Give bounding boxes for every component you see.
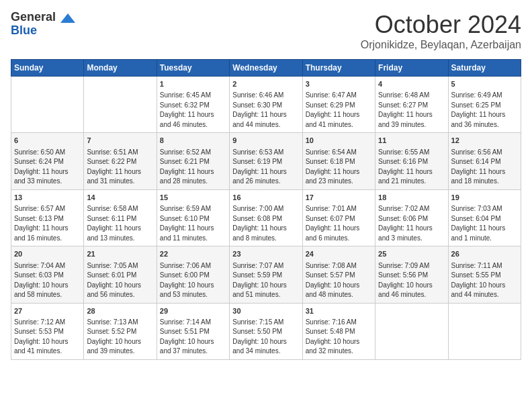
- cell-content: Sunrise: 6:50 AM Sunset: 6:24 PM Dayligh…: [14, 148, 81, 187]
- svg-marker-0: [60, 13, 75, 23]
- cell-content: Sunrise: 6:54 AM Sunset: 6:18 PM Dayligh…: [306, 148, 372, 187]
- day-number: 24: [306, 249, 372, 259]
- cell-content: Sunrise: 7:11 AM Sunset: 5:55 PM Dayligh…: [451, 261, 518, 300]
- calendar-cell: 19Sunrise: 7:03 AM Sunset: 6:04 PM Dayli…: [448, 189, 521, 246]
- logo: General Blue: [11, 11, 75, 38]
- cell-content: Sunrise: 7:09 AM Sunset: 5:56 PM Dayligh…: [378, 261, 445, 300]
- calendar-cell: 30Sunrise: 7:15 AM Sunset: 5:50 PM Dayli…: [230, 303, 302, 359]
- day-number: 19: [451, 193, 518, 203]
- week-row-0: 1Sunrise: 6:45 AM Sunset: 6:32 PM Daylig…: [11, 77, 521, 133]
- header-monday: Monday: [84, 60, 157, 77]
- cell-content: Sunrise: 6:56 AM Sunset: 6:14 PM Dayligh…: [451, 148, 518, 187]
- calendar-cell: 24Sunrise: 7:08 AM Sunset: 5:57 PM Dayli…: [302, 246, 375, 303]
- header-thursday: Thursday: [302, 60, 375, 77]
- header-friday: Friday: [375, 60, 448, 77]
- day-number: 2: [232, 79, 299, 89]
- calendar-cell: 6Sunrise: 6:50 AM Sunset: 6:24 PM Daylig…: [11, 133, 84, 189]
- calendar-cell: 1Sunrise: 6:45 AM Sunset: 6:32 PM Daylig…: [157, 77, 229, 133]
- cell-content: Sunrise: 6:46 AM Sunset: 6:30 PM Dayligh…: [232, 91, 299, 130]
- cell-content: Sunrise: 6:53 AM Sunset: 6:19 PM Dayligh…: [232, 148, 299, 187]
- month-title: October 2024: [361, 11, 521, 39]
- cell-content: Sunrise: 6:48 AM Sunset: 6:27 PM Dayligh…: [378, 91, 445, 130]
- calendar-cell: 12Sunrise: 6:56 AM Sunset: 6:14 PM Dayli…: [448, 133, 521, 189]
- day-number: 11: [378, 136, 445, 146]
- calendar-cell: [11, 77, 84, 133]
- day-number: 15: [160, 193, 226, 203]
- day-number: 14: [87, 193, 153, 203]
- day-number: 9: [232, 136, 299, 146]
- header-saturday: Saturday: [448, 60, 521, 77]
- cell-content: Sunrise: 7:14 AM Sunset: 5:51 PM Dayligh…: [160, 318, 226, 357]
- day-number: 20: [14, 249, 81, 259]
- title-block: October 2024 Orjonikidze, Beylaqan, Azer…: [361, 11, 521, 51]
- calendar-cell: 7Sunrise: 6:51 AM Sunset: 6:22 PM Daylig…: [84, 133, 157, 189]
- calendar-cell: 13Sunrise: 6:57 AM Sunset: 6:13 PM Dayli…: [11, 189, 84, 246]
- header-tuesday: Tuesday: [157, 60, 229, 77]
- logo-blue-text: Blue: [11, 24, 37, 37]
- calendar-cell: 10Sunrise: 6:54 AM Sunset: 6:18 PM Dayli…: [302, 133, 375, 189]
- location-text: Orjonikidze, Beylaqan, Azerbaijan: [361, 39, 521, 51]
- calendar-cell: 26Sunrise: 7:11 AM Sunset: 5:55 PM Dayli…: [448, 246, 521, 303]
- logo-general-text: General: [11, 10, 56, 24]
- page-header: General Blue October 2024 Orjonikidze, B…: [11, 11, 521, 51]
- cell-content: Sunrise: 7:05 AM Sunset: 6:01 PM Dayligh…: [87, 261, 153, 300]
- cell-content: Sunrise: 6:45 AM Sunset: 6:32 PM Dayligh…: [160, 91, 226, 130]
- day-number: 7: [87, 136, 153, 146]
- day-number: 21: [87, 249, 153, 259]
- calendar-cell: 14Sunrise: 6:58 AM Sunset: 6:11 PM Dayli…: [84, 189, 157, 246]
- calendar-cell: 2Sunrise: 6:46 AM Sunset: 6:30 PM Daylig…: [230, 77, 302, 133]
- day-number: 28: [87, 306, 153, 316]
- day-number: 1: [160, 79, 226, 89]
- cell-content: Sunrise: 7:00 AM Sunset: 6:08 PM Dayligh…: [232, 204, 299, 243]
- week-row-4: 27Sunrise: 7:12 AM Sunset: 5:53 PM Dayli…: [11, 303, 521, 359]
- day-number: 23: [232, 249, 299, 259]
- cell-content: Sunrise: 6:52 AM Sunset: 6:21 PM Dayligh…: [160, 148, 226, 187]
- calendar-cell: 15Sunrise: 6:59 AM Sunset: 6:10 PM Dayli…: [157, 189, 229, 246]
- week-row-2: 13Sunrise: 6:57 AM Sunset: 6:13 PM Dayli…: [11, 189, 521, 246]
- cell-content: Sunrise: 6:49 AM Sunset: 6:25 PM Dayligh…: [451, 91, 518, 130]
- cell-content: Sunrise: 6:55 AM Sunset: 6:16 PM Dayligh…: [378, 148, 445, 187]
- day-number: 16: [232, 193, 299, 203]
- day-number: 30: [232, 306, 299, 316]
- cell-content: Sunrise: 7:13 AM Sunset: 5:52 PM Dayligh…: [87, 318, 153, 357]
- calendar-cell: 16Sunrise: 7:00 AM Sunset: 6:08 PM Dayli…: [230, 189, 302, 246]
- week-row-3: 20Sunrise: 7:04 AM Sunset: 6:03 PM Dayli…: [11, 246, 521, 303]
- cell-content: Sunrise: 6:59 AM Sunset: 6:10 PM Dayligh…: [160, 204, 226, 243]
- cell-content: Sunrise: 6:58 AM Sunset: 6:11 PM Dayligh…: [87, 204, 153, 243]
- day-number: 6: [14, 136, 81, 146]
- calendar-cell: 25Sunrise: 7:09 AM Sunset: 5:56 PM Dayli…: [375, 246, 448, 303]
- day-number: 13: [14, 193, 81, 203]
- cell-content: Sunrise: 7:16 AM Sunset: 5:48 PM Dayligh…: [306, 318, 372, 357]
- calendar-cell: 29Sunrise: 7:14 AM Sunset: 5:51 PM Dayli…: [157, 303, 229, 359]
- day-number: 25: [378, 249, 445, 259]
- calendar-cell: 27Sunrise: 7:12 AM Sunset: 5:53 PM Dayli…: [11, 303, 84, 359]
- day-number: 26: [451, 249, 518, 259]
- calendar-cell: 28Sunrise: 7:13 AM Sunset: 5:52 PM Dayli…: [84, 303, 157, 359]
- day-number: 3: [306, 79, 372, 89]
- calendar-cell: 18Sunrise: 7:02 AM Sunset: 6:06 PM Dayli…: [375, 189, 448, 246]
- cell-content: Sunrise: 7:08 AM Sunset: 5:57 PM Dayligh…: [306, 261, 372, 300]
- day-number: 22: [160, 249, 226, 259]
- calendar-cell: 8Sunrise: 6:52 AM Sunset: 6:21 PM Daylig…: [157, 133, 229, 189]
- cell-content: Sunrise: 7:07 AM Sunset: 5:59 PM Dayligh…: [232, 261, 299, 300]
- calendar-body: 1Sunrise: 6:45 AM Sunset: 6:32 PM Daylig…: [11, 77, 521, 360]
- day-number: 29: [160, 306, 226, 316]
- day-number: 12: [451, 136, 518, 146]
- cell-content: Sunrise: 7:12 AM Sunset: 5:53 PM Dayligh…: [14, 318, 81, 357]
- calendar-cell: 22Sunrise: 7:06 AM Sunset: 6:00 PM Dayli…: [157, 246, 229, 303]
- calendar-cell: [448, 303, 521, 359]
- day-number: 17: [306, 193, 372, 203]
- header-wednesday: Wednesday: [230, 60, 302, 77]
- cell-content: Sunrise: 7:04 AM Sunset: 6:03 PM Dayligh…: [14, 261, 81, 300]
- day-number: 5: [451, 79, 518, 89]
- cell-content: Sunrise: 7:03 AM Sunset: 6:04 PM Dayligh…: [451, 204, 518, 243]
- calendar-cell: 21Sunrise: 7:05 AM Sunset: 6:01 PM Dayli…: [84, 246, 157, 303]
- day-number: 31: [306, 306, 372, 316]
- cell-content: Sunrise: 7:06 AM Sunset: 6:00 PM Dayligh…: [160, 261, 226, 300]
- header-sunday: Sunday: [11, 60, 84, 77]
- cell-content: Sunrise: 6:47 AM Sunset: 6:29 PM Dayligh…: [306, 91, 372, 130]
- calendar-cell: 31Sunrise: 7:16 AM Sunset: 5:48 PM Dayli…: [302, 303, 375, 359]
- calendar-cell: [84, 77, 157, 133]
- calendar-table: SundayMondayTuesdayWednesdayThursdayFrid…: [11, 59, 521, 360]
- calendar-cell: 4Sunrise: 6:48 AM Sunset: 6:27 PM Daylig…: [375, 77, 448, 133]
